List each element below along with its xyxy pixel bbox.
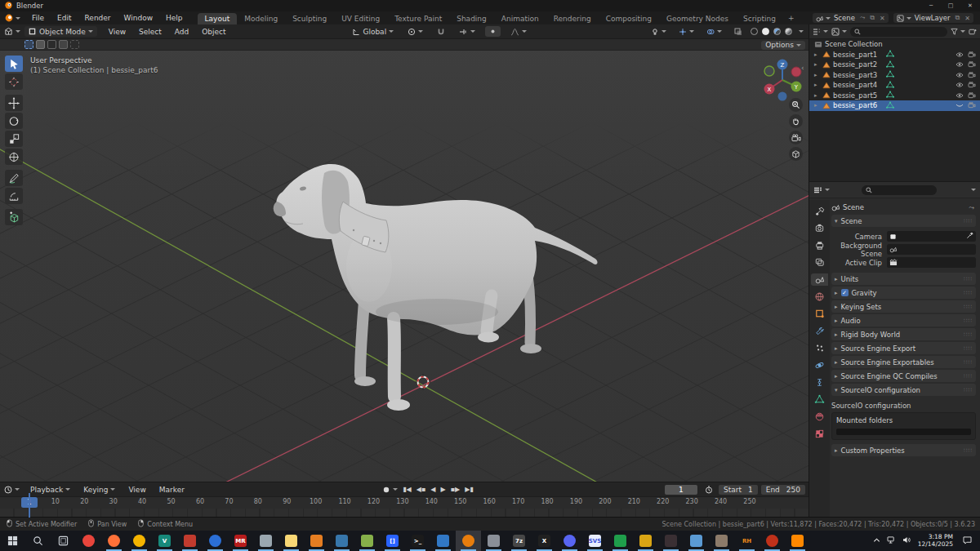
cursor-tool[interactable] [5, 73, 23, 90]
outliner-row-bessie-part3[interactable]: ▸bessie_part3 [809, 70, 980, 81]
properties-tab-modifiers[interactable] [811, 325, 828, 337]
play-button[interactable]: ▶ [438, 486, 448, 493]
taskbar-opera[interactable] [203, 531, 228, 551]
shading-solid-button[interactable] [762, 28, 769, 35]
taskbar-firefox[interactable] [101, 531, 127, 551]
taskbar-gimp[interactable] [709, 531, 734, 551]
timeline-editor-type-button[interactable] [0, 486, 24, 494]
shading-wireframe-button[interactable] [751, 28, 758, 35]
collapse-icon[interactable]: ▾ [835, 218, 838, 224]
taskbar-brackets[interactable]: [] [380, 531, 405, 551]
add-cube-tool[interactable] [5, 209, 23, 225]
properties-tab-scene[interactable] [811, 273, 828, 286]
toggle-orthographic-button[interactable] [789, 147, 803, 161]
panel-source-engine-export[interactable]: ▸Source Engine Export∷∷ [831, 342, 976, 354]
outliner-row-bessie-part1[interactable]: ▸bessie_part1 [809, 50, 980, 60]
menu-help[interactable]: Help [159, 14, 189, 22]
properties-tab-world[interactable] [811, 291, 828, 303]
blender-app-menu-icon[interactable] [0, 14, 25, 22]
panel-drag-dots[interactable]: ∷∷ [964, 290, 973, 296]
taskbar-app-wolf[interactable] [481, 531, 506, 551]
shading-rendered-button[interactable] [785, 28, 792, 35]
panel-drag-dots[interactable]: ∷∷ [964, 318, 973, 324]
expand-icon[interactable]: ▸ [814, 72, 820, 78]
close-button[interactable]: ✕ [960, 0, 980, 11]
tab-shading[interactable]: Shading [449, 13, 494, 24]
mode-selector[interactable]: Object Mode [24, 26, 97, 37]
outliner-filter-button[interactable] [951, 28, 965, 35]
hide-in-viewport-icon[interactable] [956, 51, 964, 58]
taskbar-start[interactable] [0, 531, 25, 551]
expand-icon[interactable]: ▸ [814, 61, 820, 68]
hide-in-viewport-icon[interactable] [956, 92, 964, 99]
panel-drag-dots[interactable]: ∷∷ [964, 387, 973, 393]
frame-start-field[interactable]: Start1 [719, 485, 758, 495]
gizmos-dropdown[interactable] [675, 28, 698, 36]
properties-tab-constraints[interactable] [811, 376, 828, 389]
properties-tab-object-data[interactable] [811, 393, 828, 406]
tab-texture-paint[interactable]: Texture Paint [387, 13, 449, 24]
expand-icon[interactable]: ▸ [835, 373, 838, 380]
disable-in-renders-icon[interactable] [968, 102, 976, 109]
expand-icon[interactable]: ▸ [835, 318, 838, 324]
timeline-menu-playback[interactable]: Playback [24, 486, 77, 494]
taskbar-winamp[interactable] [304, 531, 329, 551]
frame-end-field[interactable]: End250 [761, 485, 805, 495]
outliner-display-mode-button[interactable] [831, 28, 847, 36]
taskbar-app-green-flame[interactable] [608, 531, 633, 551]
rotate-tool[interactable] [5, 113, 23, 129]
falloff-dropdown[interactable] [506, 28, 531, 36]
editor-type-button[interactable] [0, 27, 24, 36]
use-preview-range-icon[interactable] [702, 486, 715, 494]
properties-tab-output[interactable] [811, 239, 828, 251]
transform-orientation-dropdown[interactable]: Global [348, 28, 398, 36]
tab-geometry-nodes[interactable]: Geometry Nodes [659, 13, 736, 24]
panel-audio[interactable]: ▸Audio∷∷ [831, 314, 976, 327]
action-center-icon[interactable] [963, 536, 972, 546]
panel-gravity[interactable]: ▸✓Gravity∷∷ [831, 287, 976, 299]
hide-in-viewport-icon[interactable] [956, 82, 964, 88]
outliner-row-bessie-part6[interactable]: ▸bessie_part6 [809, 100, 980, 111]
disable-in-renders-icon[interactable] [968, 51, 976, 58]
next-keyframe-button[interactable]: ▪▶ [448, 486, 463, 493]
remove-viewlayer-icon[interactable]: ✕ [964, 15, 970, 22]
taskbar-blender[interactable] [456, 531, 481, 551]
panel-rigid-body-world[interactable]: ▸Rigid Body World∷∷ [831, 328, 976, 340]
taskbar-3d-viewer[interactable] [430, 531, 456, 551]
panel-drag-dots[interactable]: ∷∷ [964, 447, 973, 454]
pin-icon[interactable]: ⤳ [860, 14, 865, 22]
panel-drag-dots[interactable]: ∷∷ [964, 276, 973, 282]
panel-drag-dots[interactable]: ∷∷ [964, 331, 973, 338]
taskbar-chrome[interactable] [76, 531, 101, 551]
pivot-point-dropdown[interactable] [403, 28, 427, 36]
outliner-row-scene-collection[interactable]: Scene Collection [809, 39, 980, 50]
pan-hand-button[interactable] [789, 114, 803, 128]
properties-tab-object[interactable] [811, 308, 828, 320]
taskbar-clock[interactable]: 3:18 PM 12/14/2025 [918, 534, 953, 548]
taskbar-file-explorer[interactable] [278, 531, 304, 551]
menu-render[interactable]: Render [78, 14, 118, 22]
speaker-icon[interactable] [902, 536, 911, 545]
timeline-menu-view[interactable]: View [122, 486, 152, 494]
tab-rendering[interactable]: Rendering [546, 13, 599, 24]
gravity-checkbox[interactable]: ✓ [841, 289, 849, 296]
maximize-button[interactable]: □ [941, 0, 960, 11]
tab-animation[interactable]: Animation [494, 13, 546, 24]
taskbar-python[interactable] [329, 531, 354, 551]
measure-tool[interactable] [5, 188, 23, 204]
tab-modeling[interactable]: Modeling [237, 13, 285, 24]
panel-drag-dots[interactable]: ∷∷ [964, 359, 973, 366]
network-icon[interactable] [887, 536, 896, 545]
panel-drag-dots[interactable]: ∷∷ [964, 345, 973, 352]
expand-icon[interactable]: ▸ [835, 290, 838, 296]
taskbar-crowbar[interactable] [760, 531, 785, 551]
tray-chevron-icon[interactable] [873, 537, 880, 545]
menu-edit[interactable]: Edit [51, 14, 78, 22]
taskbar-7-zip[interactable]: 7z [506, 531, 532, 551]
auto-keying-button[interactable] [380, 486, 400, 494]
unlink-scene-icon[interactable]: ✕ [880, 15, 885, 22]
taskbar-app-dark[interactable] [658, 531, 684, 551]
new-scene-icon[interactable]: ⧉ [870, 14, 875, 22]
tab-uv-editing[interactable]: UV Editing [334, 13, 387, 24]
panel-scene[interactable]: ▾Scene∷∷ [831, 215, 976, 227]
